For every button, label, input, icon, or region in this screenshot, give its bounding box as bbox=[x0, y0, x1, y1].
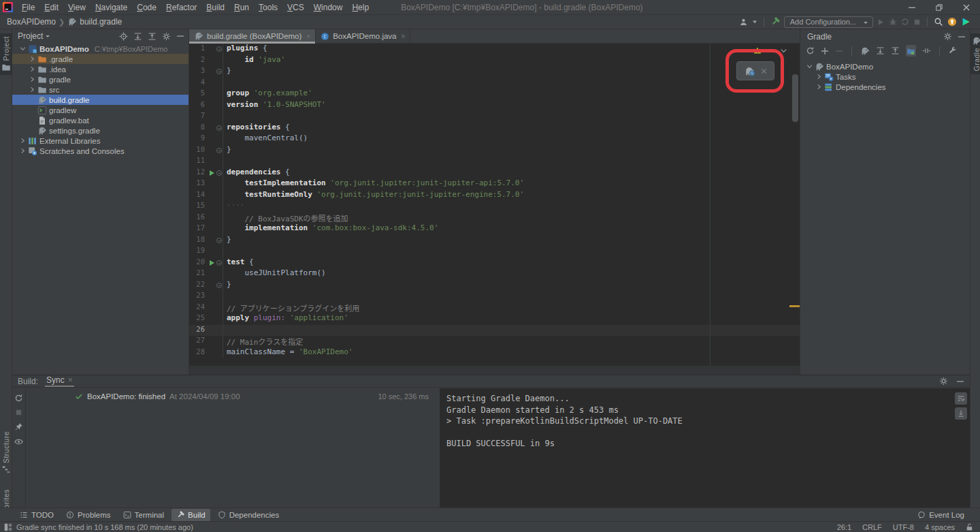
chevron-right-icon[interactable] bbox=[29, 66, 35, 72]
chevron-down-icon[interactable] bbox=[19, 46, 26, 52]
scrollbar-warning-mark[interactable] bbox=[789, 305, 800, 307]
file-encoding[interactable]: UTF-8 bbox=[893, 523, 914, 531]
ide-update-icon[interactable] bbox=[947, 17, 957, 27]
gradle-tree-item-tasks[interactable]: Tasks bbox=[800, 72, 970, 82]
scroll-to-end-icon[interactable] bbox=[955, 407, 967, 420]
breadcrumb-file[interactable]: build.gradle bbox=[80, 17, 122, 27]
tool-stripe-structure[interactable]: Structure bbox=[0, 431, 12, 473]
tool-window-button-terminal[interactable]: Terminal bbox=[118, 509, 169, 521]
chevron-right-icon[interactable] bbox=[29, 76, 35, 82]
fold-marker-icon[interactable] bbox=[216, 235, 223, 247]
editor-tab-boxapidemo.java[interactable]: CBoxAPIDemo.java× bbox=[316, 29, 410, 43]
run-gradle-task-icon[interactable] bbox=[860, 46, 870, 56]
project-tree-item-gradlew.bat[interactable]: gradlew.bat bbox=[12, 115, 189, 125]
project-tree-item-src[interactable]: src bbox=[12, 84, 189, 95]
search-everywhere-icon[interactable] bbox=[934, 17, 943, 27]
expand-all-icon[interactable] bbox=[133, 32, 142, 41]
fold-marker-icon[interactable] bbox=[216, 168, 223, 179]
pin-tab-icon[interactable] bbox=[14, 422, 23, 431]
chevron-right-icon[interactable] bbox=[29, 87, 35, 93]
tool-window-button-todo[interactable]: TODO bbox=[15, 509, 59, 521]
restore-button[interactable] bbox=[926, 0, 953, 15]
chevron-right-icon[interactable] bbox=[815, 84, 822, 90]
expand-all-icon[interactable] bbox=[876, 46, 885, 55]
fold-marker-icon[interactable] bbox=[216, 280, 223, 292]
collapse-all-icon[interactable] bbox=[148, 32, 157, 41]
sync-status-row[interactable]: BoxAPIDemo: finished At 2024/04/09 19:00… bbox=[26, 388, 440, 401]
rerun-sync-icon[interactable] bbox=[14, 394, 23, 403]
chevron-down-icon[interactable] bbox=[806, 63, 813, 69]
settings-gear-icon[interactable] bbox=[162, 32, 171, 41]
project-tree-item-build.gradle[interactable]: build.gradle bbox=[12, 95, 189, 105]
close-icon[interactable]: × bbox=[402, 33, 406, 40]
menu-navigate[interactable]: Navigate bbox=[91, 0, 132, 15]
user-dropdown-icon[interactable] bbox=[739, 18, 748, 27]
close-icon[interactable]: × bbox=[68, 375, 73, 385]
project-tree-item-external-libraries[interactable]: External Libraries bbox=[12, 136, 189, 146]
run-configuration-select[interactable]: Add Configuration... bbox=[784, 16, 873, 28]
menu-file[interactable]: File bbox=[17, 0, 39, 15]
soft-wrap-icon[interactable] bbox=[955, 392, 967, 405]
menu-code[interactable]: Code bbox=[132, 0, 161, 15]
project-tree-item-gradlew[interactable]: gradlew bbox=[12, 105, 189, 115]
event-log-button[interactable]: Event Log bbox=[913, 509, 969, 521]
project-tree-item-boxapidemo[interactable]: BoxAPIDemoC:¥tmp¥BoxAPIDemo bbox=[12, 44, 189, 54]
fold-marker-icon[interactable] bbox=[216, 257, 223, 269]
hide-panel-icon[interactable] bbox=[958, 33, 966, 41]
run-gutter-icon[interactable] bbox=[208, 257, 216, 269]
chevron-right-icon[interactable] bbox=[29, 56, 35, 62]
project-tree-item-settings.gradle[interactable]: settings.gradle bbox=[12, 125, 189, 136]
menu-vcs[interactable]: VCS bbox=[282, 0, 309, 15]
locate-file-icon[interactable] bbox=[119, 32, 128, 41]
gradle-tree-item-dependencies[interactable]: Dependencies bbox=[800, 82, 970, 92]
menu-build[interactable]: Build bbox=[201, 0, 229, 15]
breadcrumb-project[interactable]: BoxAPIDemo bbox=[7, 17, 56, 27]
gradle-settings-wrench-icon[interactable] bbox=[948, 46, 957, 55]
tool-window-button-problems[interactable]: Problems bbox=[61, 509, 116, 521]
gradle-tree-item-boxapidemo[interactable]: BoxAPIDemo bbox=[800, 61, 970, 72]
chevron-right-icon[interactable] bbox=[815, 74, 822, 80]
menu-help[interactable]: Help bbox=[347, 0, 374, 15]
chevron-down-icon[interactable] bbox=[46, 35, 50, 40]
menu-view[interactable]: View bbox=[63, 0, 91, 15]
project-panel-title[interactable]: Project bbox=[18, 31, 43, 41]
tool-window-button-dependencies[interactable]: Dependencies bbox=[213, 509, 284, 521]
chevron-down-icon[interactable] bbox=[752, 19, 757, 25]
hide-panel-icon[interactable] bbox=[956, 377, 964, 386]
hide-panel-icon[interactable] bbox=[176, 32, 184, 40]
project-tree-item-gradle[interactable]: gradle bbox=[12, 74, 189, 84]
project-tree-item-.idea[interactable]: .idea bbox=[12, 64, 189, 74]
project-tree-item-.gradle[interactable]: .gradle bbox=[12, 54, 189, 64]
fold-marker-icon[interactable] bbox=[216, 145, 223, 157]
close-button[interactable] bbox=[953, 0, 980, 15]
show-modules-icon[interactable] bbox=[906, 47, 915, 56]
tool-stripe-gradle[interactable]: Gradle bbox=[970, 33, 980, 74]
editor-area[interactable]: build.gradle (BoxAPIDemo)×CBoxAPIDemo.ja… bbox=[189, 29, 800, 375]
close-icon[interactable]: × bbox=[306, 33, 310, 40]
caret-position[interactable]: 26:1 bbox=[837, 523, 851, 531]
fold-marker-icon[interactable] bbox=[216, 66, 223, 78]
unlocked-icon[interactable] bbox=[966, 523, 973, 531]
settings-gear-icon[interactable] bbox=[939, 377, 948, 386]
menu-run[interactable]: Run bbox=[229, 0, 254, 15]
toolbox-icon[interactable] bbox=[961, 17, 970, 27]
menu-tools[interactable]: Tools bbox=[254, 0, 282, 15]
settings-gear-icon[interactable] bbox=[943, 32, 952, 41]
minimize-button[interactable] bbox=[898, 0, 926, 15]
fold-marker-icon[interactable] bbox=[216, 123, 223, 134]
toggle-offline-icon[interactable] bbox=[922, 46, 931, 55]
build-console[interactable]: Starting Gradle Daemon... Gradle Daemon … bbox=[440, 388, 970, 507]
horizontal-scrollbar[interactable] bbox=[189, 366, 800, 375]
build-tab-sync[interactable]: Sync × bbox=[45, 375, 74, 387]
build-project-hammer-icon[interactable] bbox=[770, 17, 780, 27]
filter-icon[interactable] bbox=[14, 437, 23, 446]
add-icon[interactable] bbox=[821, 47, 829, 55]
menu-refactor[interactable]: Refactor bbox=[161, 0, 201, 15]
status-message[interactable]: Gradle sync finished in 10 s 168 ms (20 … bbox=[16, 523, 193, 531]
tool-stripe-project[interactable]: Project bbox=[0, 33, 12, 75]
reload-gradle-projects-icon[interactable] bbox=[806, 46, 815, 55]
menu-edit[interactable]: Edit bbox=[39, 0, 63, 15]
collapse-all-icon[interactable] bbox=[891, 46, 900, 55]
vertical-scrollbar[interactable] bbox=[792, 74, 798, 122]
indent-setting[interactable]: 4 spaces bbox=[925, 523, 955, 531]
